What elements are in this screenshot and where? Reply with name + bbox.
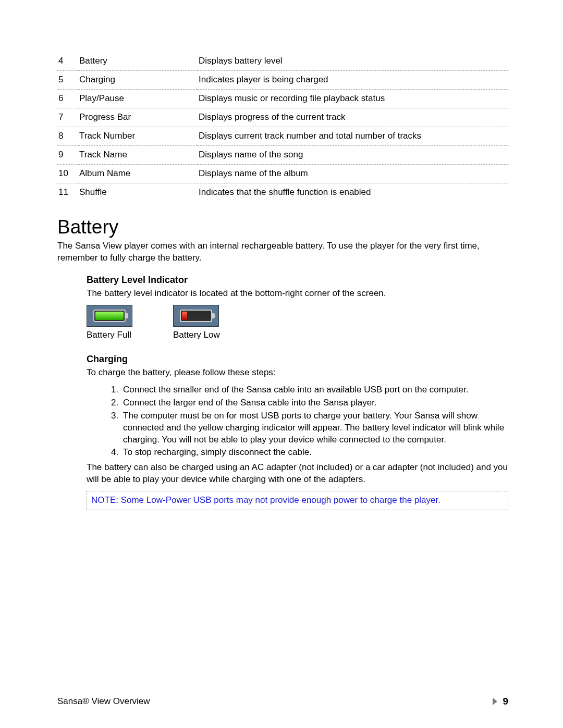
row-description: Indicates player is being charged <box>198 71 508 90</box>
row-number: 7 <box>57 108 78 127</box>
page-number: 9 <box>503 696 508 707</box>
table-row: 9 Track Name Displays name of the song <box>57 146 508 165</box>
charging-intro: To charge the battery, please follow the… <box>87 367 508 379</box>
table-row: 5 Charging Indicates player is being cha… <box>57 71 508 90</box>
row-description: Displays progress of the current track <box>198 108 508 127</box>
list-item: To stop recharging, simply disconnect th… <box>121 447 508 459</box>
row-description: Displays current track number and total … <box>198 127 508 146</box>
document-page: 4 Battery Displays battery level 5 Charg… <box>0 0 563 728</box>
section-intro: The Sansa View player comes with an inte… <box>57 240 508 264</box>
row-description: Displays name of the song <box>198 146 508 165</box>
row-name: Progress Bar <box>78 108 198 127</box>
row-number: 9 <box>57 146 78 165</box>
battery-shell-icon <box>180 310 212 322</box>
table-row: 10 Album Name Displays name of the album <box>57 165 508 183</box>
row-description: Indicates that the shuffle function is e… <box>198 183 508 202</box>
list-item: Connect the smaller end of the Sansa cab… <box>121 384 508 396</box>
row-description: Displays music or recording file playbac… <box>198 90 508 108</box>
features-table: 4 Battery Displays battery level 5 Charg… <box>57 52 508 202</box>
row-number: 11 <box>57 183 78 202</box>
table-row: 4 Battery Displays battery level <box>57 52 508 71</box>
battery-full-icon <box>87 305 132 327</box>
battery-low-caption: Battery Low <box>173 330 220 340</box>
section-heading-battery: Battery <box>57 216 508 238</box>
table-row: 8 Track Number Displays current track nu… <box>57 127 508 146</box>
table-row: 6 Play/Pause Displays music or recording… <box>57 90 508 108</box>
arrow-right-icon <box>493 698 497 705</box>
note-box: NOTE: Some Low-Power USB ports may not p… <box>87 491 508 510</box>
charging-outro: The battery can also be charged using an… <box>87 462 508 486</box>
row-number: 10 <box>57 165 78 183</box>
row-name: Track Number <box>78 127 198 146</box>
row-number: 4 <box>57 52 78 71</box>
table-row: 7 Progress Bar Displays progress of the … <box>57 108 508 127</box>
battery-low-item: Battery Low <box>173 305 220 340</box>
list-item: Connect the larger end of the Sansa cabl… <box>121 397 508 409</box>
indicator-heading: Battery Level Indicator <box>87 275 508 286</box>
row-description: Displays name of the album <box>198 165 508 183</box>
row-name: Shuffle <box>78 183 198 202</box>
battery-icons-row: Battery Full Battery Low <box>87 305 508 340</box>
row-name: Play/Pause <box>78 90 198 108</box>
battery-shell-icon <box>93 310 126 322</box>
battery-fill-low-icon <box>182 312 187 320</box>
row-number: 5 <box>57 71 78 90</box>
row-name: Charging <box>78 71 198 90</box>
row-number: 8 <box>57 127 78 146</box>
row-name: Album Name <box>78 165 198 183</box>
battery-low-icon <box>173 305 219 327</box>
table-row: 11 Shuffle Indicates that the shuffle fu… <box>57 183 508 202</box>
row-number: 6 <box>57 90 78 108</box>
charging-heading: Charging <box>87 354 508 365</box>
footer-left-text: Sansa® View Overview <box>57 696 150 707</box>
page-footer: Sansa® View Overview 9 <box>57 696 508 707</box>
battery-indicator-block: Battery Level Indicator The battery leve… <box>57 275 508 510</box>
list-item: The computer must be on for most USB por… <box>121 410 508 446</box>
footer-right: 9 <box>493 696 508 707</box>
row-name: Track Name <box>78 146 198 165</box>
battery-full-item: Battery Full <box>87 305 132 340</box>
row-description: Displays battery level <box>198 52 508 71</box>
indicator-body: The battery level indicator is located a… <box>87 288 508 300</box>
charging-steps-list: Connect the smaller end of the Sansa cab… <box>87 384 508 459</box>
battery-fill-full-icon <box>95 312 124 320</box>
features-table-body: 4 Battery Displays battery level 5 Charg… <box>57 52 508 202</box>
battery-full-caption: Battery Full <box>87 330 131 340</box>
row-name: Battery <box>78 52 198 71</box>
